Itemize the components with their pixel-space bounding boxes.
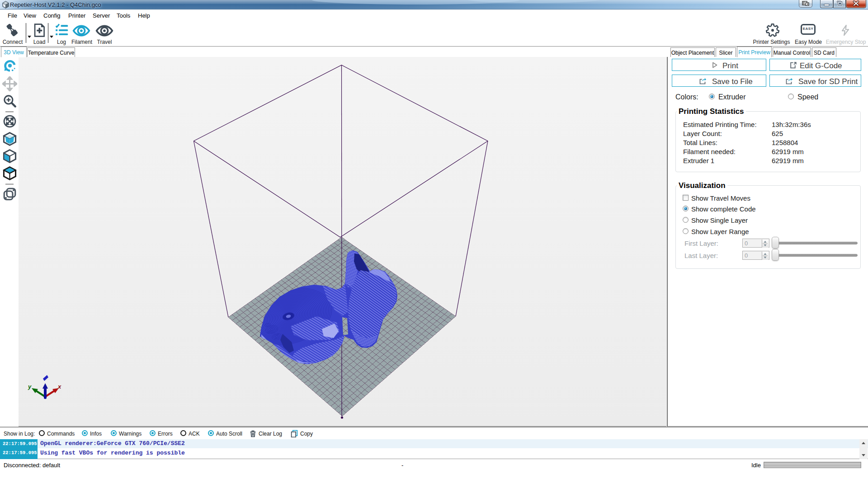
svg-text:y: y [28, 383, 32, 390]
svg-text:x: x [57, 383, 61, 390]
